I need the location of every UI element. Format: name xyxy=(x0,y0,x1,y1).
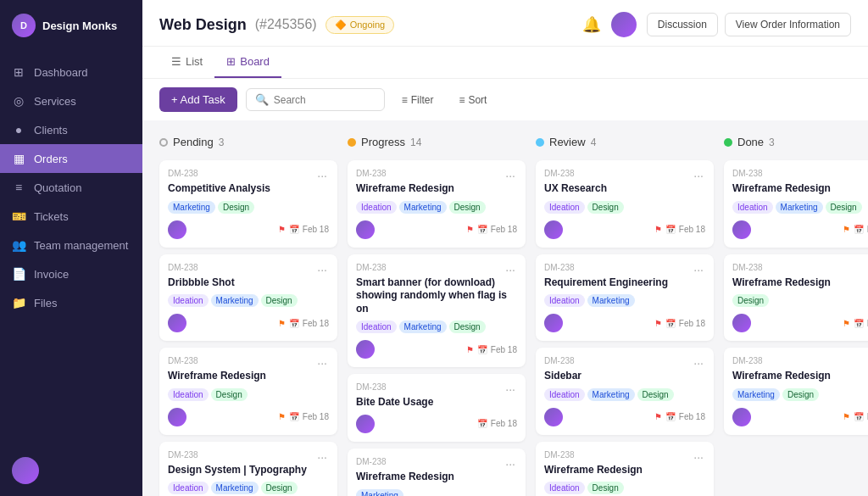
card-more-button[interactable]: ··· xyxy=(315,356,329,370)
card-more-button[interactable]: ··· xyxy=(692,356,705,370)
col-dot-progress xyxy=(348,138,356,147)
col-count-progress: 14 xyxy=(410,137,421,148)
sidebar-item-quotation[interactable]: ≡Quotation xyxy=(0,173,142,202)
sidebar-item-dashboard[interactable]: ⊞Dashboard xyxy=(0,58,142,86)
card-avatar xyxy=(732,408,751,426)
card-title: Dribbble Shot xyxy=(168,276,329,290)
sidebar-item-invoice[interactable]: 📄Invoice xyxy=(0,259,142,288)
card[interactable]: DM-238 ··· Competitive Analysis Marketin… xyxy=(159,160,337,248)
sidebar-item-services[interactable]: ◎Services xyxy=(0,86,142,115)
card-header-row: DM-238 ··· xyxy=(356,263,517,276)
nav-icon-services: ◎ xyxy=(12,94,25,108)
header-actions: Discussion View Order Information xyxy=(647,13,851,36)
sidebar-item-files[interactable]: 📁Files xyxy=(0,288,142,317)
card-header-row: DM-238 ··· xyxy=(168,356,329,370)
card-more-button[interactable]: ··· xyxy=(504,382,517,396)
card-more-button[interactable]: ··· xyxy=(315,450,329,464)
logo-text: Design Monks xyxy=(42,20,117,32)
card[interactable]: DM-238 ··· Sidebar IdeationMarketingDesi… xyxy=(536,348,714,435)
card-footer: ⚑ 📅 Feb 18 xyxy=(732,408,868,426)
card-meta: ⚑ 📅 Feb 18 xyxy=(278,319,329,328)
card-more-button[interactable]: ··· xyxy=(692,450,705,464)
card-more-button[interactable]: ··· xyxy=(692,169,705,182)
card-id: DM-238 xyxy=(168,263,198,272)
card-more-button[interactable]: ··· xyxy=(692,263,705,276)
card[interactable]: DM-238 ··· Smart banner (for download) s… xyxy=(348,254,526,368)
sidebar-item-team[interactable]: 👥Team management xyxy=(0,231,142,259)
tab-bar: ☰List⊞Board xyxy=(142,47,868,79)
calendar-icon: 📅 xyxy=(665,225,676,234)
search-input[interactable] xyxy=(274,94,376,106)
tab-list[interactable]: ☰List xyxy=(159,47,214,78)
sidebar-user-avatar[interactable] xyxy=(12,457,39,484)
card-date: Feb 18 xyxy=(303,225,329,234)
card-more-button[interactable]: ··· xyxy=(315,169,329,182)
card-tags: MarketingDesign xyxy=(168,201,329,214)
tag-design: Design xyxy=(732,294,769,307)
sidebar-item-clients[interactable]: ●Clients xyxy=(0,115,142,144)
tag-ideation: Ideation xyxy=(168,388,209,401)
add-task-button[interactable]: + Add Task xyxy=(159,87,237,112)
card-avatar xyxy=(544,220,563,239)
card[interactable]: DM-238 ··· UX Research IdeationDesign ⚑ … xyxy=(536,160,714,248)
card-title: Bite Date Usage xyxy=(356,396,517,410)
card-avatar xyxy=(356,220,375,239)
card-title: Design System | Typography xyxy=(168,464,329,477)
card[interactable]: DM-238 ··· Requirement Engineering Ideat… xyxy=(536,254,714,342)
filter-button[interactable]: ≡ Filter xyxy=(393,90,442,110)
card[interactable]: DM-238 ··· Design System | Typography Id… xyxy=(159,442,337,496)
sidebar-item-orders[interactable]: ▦Orders xyxy=(0,144,142,173)
card-more-button[interactable]: ··· xyxy=(315,263,329,276)
flag-red-icon: ⚑ xyxy=(654,319,662,328)
card[interactable]: DM-238 ··· Wireframe Redesign IdeationDe… xyxy=(159,348,337,435)
card-avatar xyxy=(356,415,375,433)
logo: D Design Monks xyxy=(0,0,142,51)
card[interactable]: DM-238 ··· Wireframe Redesign MarketingD… xyxy=(724,348,868,435)
card[interactable]: DM-238 ··· Wireframe Redesign IdeationMa… xyxy=(348,160,526,248)
card[interactable]: DM-238 ··· Wireframe Redesign IdeationDe… xyxy=(536,442,714,496)
card[interactable]: DM-238 ··· Dribbble Shot IdeationMarketi… xyxy=(159,254,337,342)
card-avatar xyxy=(732,314,751,332)
card-tags: Design xyxy=(732,294,868,307)
card[interactable]: DM-238 ··· Wireframe Redesign Marketing … xyxy=(348,449,526,496)
tag-ideation: Ideation xyxy=(544,482,585,494)
card[interactable]: DM-238 ··· Bite Date Usage 📅 Feb 18 xyxy=(348,374,526,442)
card-title: Wireframe Redesign xyxy=(732,182,868,196)
card-tags: IdeationMarketing xyxy=(544,294,705,307)
col-dot-done xyxy=(724,138,732,147)
card-more-button[interactable]: ··· xyxy=(504,263,517,276)
card-more-button[interactable]: ··· xyxy=(504,457,517,471)
card-id: DM-238 xyxy=(168,356,198,365)
card-date: Feb 18 xyxy=(303,319,329,328)
card-footer: ⚑ 📅 Feb 18 xyxy=(168,220,329,239)
header-right: 🔔 Discussion View Order Information xyxy=(582,12,851,37)
card[interactable]: DM-238 ··· Wireframe Redesign IdeationMa… xyxy=(724,160,868,248)
card-more-button[interactable]: ··· xyxy=(504,169,517,182)
card-meta: ⚑ 📅 Feb 18 xyxy=(654,319,705,328)
card-header-row: DM-238 ··· xyxy=(544,450,705,464)
card-tags: MarketingDesign xyxy=(732,388,868,401)
column-progress: Progress14 DM-238 ··· Wireframe Redesign… xyxy=(348,131,526,486)
nav-label-orders: Orders xyxy=(34,153,68,165)
tag-marketing: Marketing xyxy=(211,482,259,494)
card-id: DM-238 xyxy=(544,169,575,178)
flag-orange-icon: ⚑ xyxy=(843,412,850,421)
notification-bell[interactable]: 🔔 xyxy=(582,15,601,34)
sort-button[interactable]: ≡ Sort xyxy=(450,90,495,110)
header-user-avatar[interactable] xyxy=(611,12,637,37)
col-label-pending: Pending xyxy=(173,136,214,148)
header-left: Web Design (#245356) 🔶 Ongoing xyxy=(159,16,394,34)
view-order-button[interactable]: View Order Information xyxy=(725,13,851,36)
sidebar-item-tickets[interactable]: 🎫Tickets xyxy=(0,202,142,231)
calendar-icon: 📅 xyxy=(477,225,487,234)
column-header-progress: Progress14 xyxy=(348,131,526,153)
nav-icon-clients: ● xyxy=(12,123,25,137)
card-header-row: DM-238 ··· xyxy=(168,450,329,464)
flag-orange-icon: ⚑ xyxy=(278,319,286,328)
tab-board[interactable]: ⊞Board xyxy=(214,47,281,78)
discussion-button[interactable]: Discussion xyxy=(647,13,718,36)
col-count-review: 4 xyxy=(591,137,597,148)
card[interactable]: DM-238 ··· Wireframe Redesign Design ⚑ 📅… xyxy=(724,254,868,342)
card-avatar xyxy=(732,220,751,239)
calendar-icon: 📅 xyxy=(854,225,864,234)
